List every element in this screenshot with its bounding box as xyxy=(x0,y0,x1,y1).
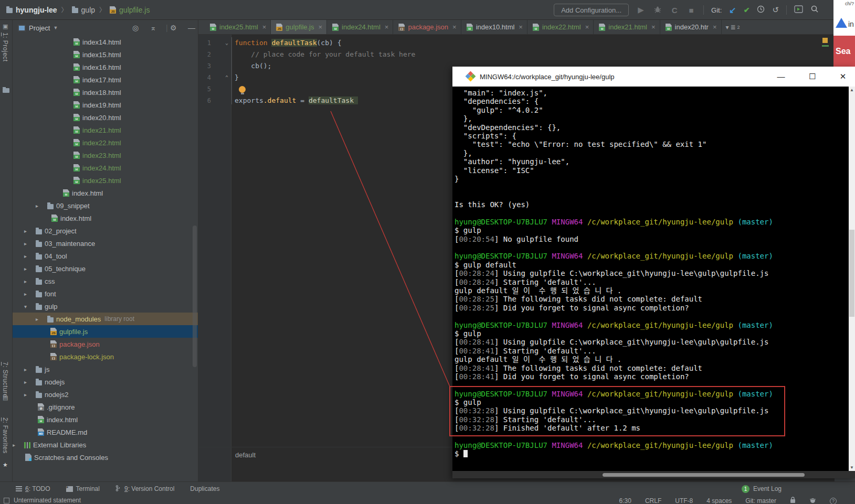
tab-close-icon[interactable]: × xyxy=(262,23,267,31)
lock-icon[interactable] xyxy=(790,497,796,504)
minimize-button[interactable]: — xyxy=(774,70,788,83)
run-anything-icon[interactable] xyxy=(794,5,803,15)
stripe-tab-project[interactable]: 1: Project xyxy=(2,33,9,62)
code-line[interactable]: 2 // place code for your default task he… xyxy=(198,49,835,60)
tree-item-index21.html[interactable]: index21.html xyxy=(13,124,198,136)
tree-item-index18.html[interactable]: index18.html xyxy=(13,86,198,99)
tree-item-package.json[interactable]: package.json xyxy=(13,338,198,350)
tree-item-index.html[interactable]: index.html xyxy=(13,413,198,426)
expand-arrow-icon[interactable]: ▸ xyxy=(24,241,36,246)
tab-close-icon[interactable]: × xyxy=(452,23,457,31)
event-log-button[interactable]: 1 Event Log xyxy=(742,485,782,493)
add-configuration-button[interactable]: Add Configuration... xyxy=(554,4,629,16)
fold-marker-icon[interactable]: ⌃ xyxy=(211,72,231,83)
terminal-title-bar[interactable]: MINGW64:/c/workplace_git/hyungju-lee/gul… xyxy=(452,67,855,87)
terminal-horizontal-thumb[interactable] xyxy=(603,473,805,477)
git-update-icon[interactable]: ↙ xyxy=(729,5,736,15)
expand-arrow-icon[interactable]: ▸ xyxy=(24,291,36,297)
maximize-button[interactable]: ☐ xyxy=(806,70,819,83)
tree-item-index17.html[interactable]: index17.html xyxy=(13,73,198,86)
intention-bulb-icon[interactable] xyxy=(239,86,246,93)
tree-item-package-lock.json[interactable]: package-lock.json xyxy=(13,350,198,363)
tree-item-02_project[interactable]: ▸02_project xyxy=(13,224,198,237)
status-widget-4-spaces[interactable]: 4 spaces xyxy=(706,497,732,504)
tab-index24.html[interactable]: index24.html× xyxy=(327,20,393,34)
expand-arrow-icon[interactable]: ▸ xyxy=(24,379,36,385)
tree-item-index24.html[interactable]: index24.html xyxy=(13,162,198,174)
search-everywhere-icon[interactable] xyxy=(810,5,819,15)
fold-marker-icon[interactable]: ⌄ xyxy=(211,37,231,49)
breadcrumb-item[interactable]: gulpfile.js xyxy=(110,6,150,14)
expand-arrow-icon[interactable]: ▸ xyxy=(24,278,36,284)
debug-bug-icon[interactable] xyxy=(653,6,662,15)
tree-item-index.html[interactable]: index.html xyxy=(13,212,198,224)
hector-inspections-icon[interactable] xyxy=(809,497,816,504)
tree-item-05_technique[interactable]: ▸05_technique xyxy=(13,262,198,275)
tree-item-Scratches and Consoles[interactable]: Scratches and Consoles xyxy=(13,451,198,464)
tab-close-icon[interactable]: × xyxy=(519,23,523,31)
tree-item-index20.html[interactable]: index20.html xyxy=(13,111,198,124)
scroll-up-icon[interactable]: ▲ xyxy=(849,88,855,92)
stripe-tab-structure[interactable]: 7: Structure xyxy=(2,362,9,398)
tree-item-css[interactable]: ▸css xyxy=(13,275,198,287)
tree-item-node_modules[interactable]: ▸node_moduleslibrary root xyxy=(13,313,198,325)
terminal-scrollbar[interactable]: ▲ ▼ xyxy=(849,87,855,471)
tool-window-switcher-icon[interactable] xyxy=(4,498,9,503)
expand-arrow-icon[interactable]: ▸ xyxy=(24,367,36,372)
breadcrumb-item[interactable]: hyungju-lee xyxy=(6,6,57,14)
expand-arrow-icon[interactable]: ▸ xyxy=(24,266,36,272)
tab-close-icon[interactable]: × xyxy=(651,23,656,31)
tree-item-index22.html[interactable]: index22.html xyxy=(13,136,198,149)
expand-arrow-icon[interactable]: ▸ xyxy=(24,228,36,234)
expand-arrow-icon[interactable]: ▾ xyxy=(24,304,36,309)
status-widget-crlf[interactable]: CRLF xyxy=(645,497,661,504)
tab-close-icon[interactable]: × xyxy=(319,23,323,31)
tree-item-index16.html[interactable]: index16.html xyxy=(13,61,198,73)
tree-item-index19.html[interactable]: index19.html xyxy=(13,99,198,111)
tree-item-index25.html[interactable]: index25.html xyxy=(13,174,198,187)
expand-arrow-icon[interactable]: ▸ xyxy=(36,203,47,209)
tab-close-icon[interactable]: × xyxy=(713,23,717,31)
tab-index10.html[interactable]: index10.html× xyxy=(461,20,527,34)
tree-item-README.md[interactable]: README.md xyxy=(13,426,198,438)
rollback-undo-icon[interactable]: ↺ xyxy=(772,5,779,15)
gear-icon[interactable]: ⚙ xyxy=(170,24,177,32)
status-widget-utf-8[interactable]: UTF-8 xyxy=(675,497,693,504)
tree-item-js[interactable]: ▸js xyxy=(13,363,198,376)
project-panel-header[interactable]: Project ▼ ◎ ⌅ | ⚙ — xyxy=(13,20,198,36)
close-button[interactable]: ✕ xyxy=(836,70,850,83)
toolwindow-button-todo[interactable]: 6: TODO xyxy=(16,485,50,493)
tab-overflow-control[interactable]: ▾ ≣ 2 xyxy=(722,20,744,34)
locate-file-icon[interactable]: ◎ xyxy=(132,24,139,32)
expand-arrow-icon[interactable]: ▸ xyxy=(13,442,24,448)
tree-item-index15.html[interactable]: index15.html xyxy=(13,48,198,61)
terminal-scroll-thumb[interactable] xyxy=(849,230,854,317)
chevron-down-icon[interactable]: ▼ xyxy=(53,25,58,30)
tree-item-font[interactable]: ▸font xyxy=(13,287,198,300)
stop-icon[interactable]: ■ xyxy=(687,6,696,15)
terminal-output[interactable]: "main": "index.js", "dependencies": { "g… xyxy=(452,87,849,471)
stripe-tab-favorites[interactable]: 2: Favorites xyxy=(2,417,9,454)
tree-item-index23.html[interactable]: index23.html xyxy=(13,149,198,162)
tree-item-gulp[interactable]: ▾gulp xyxy=(13,300,198,313)
tree-item-nodejs[interactable]: ▸nodejs xyxy=(13,376,198,388)
tree-item-nodejs2[interactable]: ▸nodejs2 xyxy=(13,388,198,401)
scope-breadcrumb[interactable]: default xyxy=(235,451,256,459)
tree-item-03_maintenance[interactable]: ▸03_maintenance xyxy=(13,237,198,250)
help-question-icon[interactable]: ? xyxy=(830,498,837,504)
expand-arrow-icon[interactable]: ▸ xyxy=(36,316,47,322)
toolwindow-button-duplicates[interactable]: Duplicates xyxy=(190,485,219,493)
tab-index22.html[interactable]: index22.html× xyxy=(527,20,594,34)
collapse-all-icon[interactable]: ⌅ xyxy=(150,24,156,32)
hide-panel-icon[interactable]: — xyxy=(188,24,195,32)
git-commit-check-icon[interactable]: ✔ xyxy=(744,6,750,14)
tab-index21.html[interactable]: index21.html× xyxy=(594,20,660,34)
warning-stripe-mark[interactable] xyxy=(822,38,828,43)
expand-arrow-icon[interactable]: ▸ xyxy=(24,392,36,398)
tab-close-icon[interactable]: × xyxy=(385,23,389,31)
scroll-down-icon[interactable]: ▼ xyxy=(849,465,855,470)
project-scrollbar[interactable] xyxy=(193,226,197,367)
tree-item-09_snippet[interactable]: ▸09_snippet xyxy=(13,199,198,212)
history-clock-icon[interactable] xyxy=(757,5,765,15)
status-widget-git-master[interactable]: Git: master xyxy=(745,497,776,504)
